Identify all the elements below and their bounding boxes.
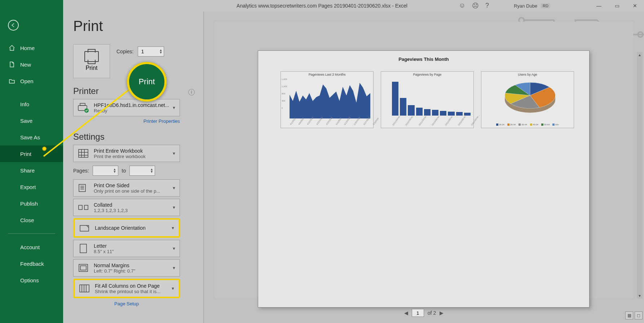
copies-input[interactable]	[138, 47, 158, 56]
copies-stepper[interactable]: ▲▼	[138, 46, 164, 57]
folder-icon	[9, 78, 15, 84]
user-area: Ryan Dube RD	[514, 3, 550, 9]
pages-from-stepper[interactable]: ▲▼	[93, 166, 118, 176]
chevron-down-icon: ▼	[172, 106, 176, 110]
pages-to[interactable]	[130, 166, 149, 175]
nav-label: Open	[20, 78, 34, 84]
help-icon[interactable]: ?	[485, 2, 489, 10]
pages-label: Pages:	[73, 168, 89, 174]
nav-label: Save	[20, 118, 32, 124]
nav-label: Home	[20, 45, 35, 51]
margins-icon	[77, 262, 89, 274]
scroll-up[interactable]: ▲	[637, 52, 643, 58]
copies-down[interactable]: ▼	[159, 51, 162, 54]
collate-dropdown[interactable]: Collated1,2,3 1,2,3 1,2,3▼	[73, 199, 180, 216]
landscape-icon	[78, 222, 91, 234]
margins-dropdown[interactable]: Normal MarginsLeft: 0.7" Right: 0.7"▼	[73, 259, 180, 277]
nav-account[interactable]: Account	[0, 239, 63, 255]
annotation-dot	[42, 147, 47, 151]
backstage-sidebar: Home New Open Info Save Save As Print Sh…	[0, 0, 63, 323]
frown-icon[interactable]: ☹	[472, 2, 479, 10]
fit-columns-icon	[78, 282, 91, 295]
zoom-to-page-icon[interactable]: ▦	[625, 311, 633, 319]
svg-rect-9	[84, 205, 88, 210]
maximize-button[interactable]: ▭	[608, 0, 626, 12]
scroll-down[interactable]: ▼	[637, 293, 643, 299]
nav-label: Export	[20, 184, 36, 190]
workbook-icon	[77, 147, 89, 160]
svg-point-2	[638, 32, 643, 37]
nav-label: Close	[20, 217, 34, 223]
one-sided-icon	[77, 182, 89, 194]
nav-options[interactable]: Options	[0, 272, 63, 288]
printer-dropdown[interactable]: HPF1o8D6.hsd1.in.comcast.net... Ready ▼	[73, 99, 180, 116]
prev-page[interactable]: ◀	[404, 310, 408, 316]
preview-scrollbar[interactable]: ▲ ▼	[637, 52, 643, 299]
printer-icon	[84, 51, 99, 62]
svg-rect-14	[80, 285, 89, 292]
preview-page: Pageviews This Month Pageviews Last 2 Mo…	[258, 50, 590, 308]
next-page[interactable]: ▶	[440, 310, 444, 316]
zoom-margins-icon[interactable]: ◻	[635, 311, 643, 319]
page-of: of 2	[428, 310, 436, 316]
preview-title: Pageviews This Month	[258, 57, 589, 62]
svg-rect-13	[80, 266, 86, 270]
printer-info-icon[interactable]: i	[188, 89, 195, 95]
print-what-dropdown[interactable]: Print Entire Workbook Print the entire w…	[73, 145, 180, 162]
scaling-dropdown[interactable]: Fit All Columns on One PageShrink the pr…	[73, 279, 180, 298]
svg-rect-4	[80, 103, 85, 106]
paper-icon	[77, 242, 89, 255]
nav-save-as[interactable]: Save As	[0, 129, 63, 145]
svg-rect-11	[80, 244, 87, 253]
nav-home[interactable]: Home	[0, 40, 63, 56]
nav-open[interactable]: Open	[0, 73, 63, 89]
nav-label: New	[20, 62, 31, 68]
annotation-circle-print: Print	[127, 62, 167, 102]
nav-publish[interactable]: Publish	[0, 195, 63, 212]
pages-from[interactable]	[93, 166, 112, 175]
close-window-button[interactable]: ✕	[626, 0, 644, 12]
sides-dropdown[interactable]: Print One SidedOnly print on one side of…	[73, 179, 180, 197]
smile-icon[interactable]: ☺	[459, 2, 466, 10]
page-title: Print	[73, 18, 196, 34]
page-input[interactable]	[412, 309, 424, 317]
nav-close[interactable]: Close	[0, 212, 63, 228]
nav-label: Options	[20, 277, 39, 283]
page-pager: ◀ of 2 ▶	[215, 307, 633, 319]
user-name: Ryan Dube	[514, 3, 537, 9]
titlebar: Analytics www.topsecretwriters.com Pages…	[0, 0, 644, 12]
back-button[interactable]	[8, 20, 19, 31]
svg-marker-15	[290, 83, 370, 118]
pages-to-label: to	[122, 168, 126, 174]
chart-pageviews-by-page: Pageviews by Page /2011/04/se.../2012/05…	[381, 71, 474, 128]
nav-feedback[interactable]: Feedback	[0, 255, 63, 272]
print-button-label: Print	[86, 65, 98, 71]
nav-label: Save As	[20, 134, 40, 140]
svg-rect-6	[79, 149, 88, 157]
paper-dropdown[interactable]: Letter8.5" x 11"▼	[73, 240, 180, 257]
nav-export[interactable]: Export	[0, 179, 63, 195]
nav-info[interactable]: Info	[0, 96, 63, 112]
user-initials[interactable]: RD	[541, 3, 550, 8]
copies-label: Copies:	[116, 49, 133, 54]
nav-label: Account	[20, 244, 40, 250]
nav-save[interactable]: Save	[0, 112, 63, 129]
collate-icon	[77, 201, 89, 214]
pages-to-stepper[interactable]: ▲▼	[129, 166, 155, 176]
home-icon	[9, 45, 15, 51]
document-title: Analytics www.topsecretwriters.com Pages…	[237, 3, 407, 9]
nav-share[interactable]: Share	[0, 162, 63, 179]
minimize-button[interactable]: —	[590, 0, 608, 12]
nav-label: Feedback	[20, 261, 44, 267]
file-icon	[9, 61, 15, 68]
svg-rect-7	[79, 184, 85, 192]
svg-rect-8	[79, 205, 82, 210]
chart-pageviews-last-2-months: Pageviews Last 2 Months 1,600 1,200 800 …	[281, 71, 374, 128]
print-button[interactable]: Print	[73, 44, 110, 78]
page-setup-link[interactable]: Page Setup	[73, 301, 180, 306]
nav-label: Info	[20, 101, 29, 107]
nav-new[interactable]: New	[0, 56, 63, 73]
nav-label: Share	[20, 167, 35, 174]
orientation-dropdown[interactable]: Landscape Orientation▼	[73, 218, 180, 238]
print-panel: Print Print Copies: ▲▼ Printer i HPF1o8D…	[63, 12, 204, 323]
